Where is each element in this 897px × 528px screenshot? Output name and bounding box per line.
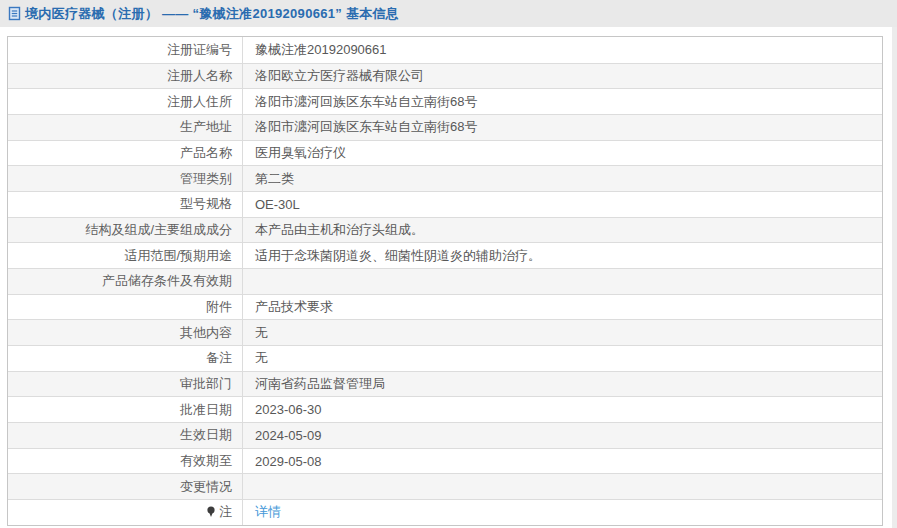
row-label-text: 管理类别 [180, 170, 232, 188]
scrollbar[interactable] [892, 27, 897, 528]
table-row: 审批部门河南省药品监督管理局 [8, 371, 882, 397]
row-value: 无 [243, 320, 882, 345]
row-label: 产品储存条件及有效期 [8, 269, 243, 294]
row-value: 无 [243, 346, 882, 371]
row-label-text: 型号规格 [180, 195, 232, 213]
row-value [243, 474, 882, 499]
row-value: 第二类 [243, 166, 882, 191]
table-row: 有效期至2029-05-08 [8, 448, 882, 474]
row-value-text: 2023-06-30 [255, 402, 322, 417]
table-row: 产品名称医用臭氧治疗仪 [8, 140, 882, 166]
row-value-text: OE-30L [255, 197, 300, 212]
row-value: 本产品由主机和治疗头组成。 [243, 218, 882, 243]
row-value [243, 269, 882, 294]
row-label-text: 注册人住所 [167, 93, 232, 111]
row-value: 洛阳欧立方医疗器械有限公司 [243, 64, 882, 89]
row-label-text: 注册人名称 [167, 67, 232, 85]
table-row: 其他内容无 [8, 319, 882, 345]
row-value-text: 洛阳市瀍河回族区东车站自立南街68号 [255, 118, 477, 136]
page-title: 境内医疗器械（注册） —— “豫械注准20192090661” 基本信息 [25, 5, 399, 23]
row-value: 洛阳市瀍河回族区东车站自立南街68号 [243, 89, 882, 114]
table-row: 注册人住所洛阳市瀍河回族区东车站自立南街68号 [8, 88, 882, 114]
row-value-text: 2029-05-08 [255, 454, 322, 469]
row-label: 其他内容 [8, 320, 243, 345]
row-value: 2029-05-08 [243, 449, 882, 474]
row-value: 2024-05-09 [243, 423, 882, 448]
row-label: 审批部门 [8, 372, 243, 397]
row-value: 2023-06-30 [243, 397, 882, 422]
table-row: 注详情 [8, 499, 882, 525]
table-row: 产品储存条件及有效期 [8, 268, 882, 294]
row-value: 河南省药品监督管理局 [243, 372, 882, 397]
row-label: 有效期至 [8, 449, 243, 474]
table-row: 附件产品技术要求 [8, 294, 882, 320]
page-header: 境内医疗器械（注册） —— “豫械注准20192090661” 基本信息 [0, 0, 897, 27]
detail-link[interactable]: 详情 [255, 503, 281, 521]
document-icon [8, 6, 21, 21]
row-label-text: 注册证编号 [167, 41, 232, 59]
row-label-text: 审批部门 [180, 375, 232, 393]
table-row: 生效日期2024-05-09 [8, 422, 882, 448]
row-label: 型号规格 [8, 192, 243, 217]
row-label-text: 生产地址 [180, 118, 232, 136]
table-row: 生产地址洛阳市瀍河回族区东车站自立南街68号 [8, 114, 882, 140]
row-label-text: 产品名称 [180, 144, 232, 162]
table-row: 适用范围/预期用途适用于念珠菌阴道炎、细菌性阴道炎的辅助治疗。 [8, 242, 882, 268]
table-row: 型号规格OE-30L [8, 191, 882, 217]
row-value-text: 第二类 [255, 170, 294, 188]
row-label: 注 [8, 500, 243, 525]
row-label: 附件 [8, 295, 243, 320]
row-label-text: 生效日期 [180, 426, 232, 444]
row-label-text: 批准日期 [180, 401, 232, 419]
row-label: 管理类别 [8, 166, 243, 191]
row-value-text: 2024-05-09 [255, 428, 322, 443]
row-value-text: 河南省药品监督管理局 [255, 375, 385, 393]
row-value-text: 无 [255, 324, 268, 342]
row-value: 医用臭氧治疗仪 [243, 141, 882, 166]
row-value: OE-30L [243, 192, 882, 217]
row-label: 生产地址 [8, 115, 243, 140]
registration-info-table: 注册证编号豫械注准20192090661注册人名称洛阳欧立方医疗器械有限公司注册… [7, 36, 883, 526]
row-label-text: 附件 [206, 298, 232, 316]
row-value: 产品技术要求 [243, 295, 882, 320]
row-label: 注册人住所 [8, 89, 243, 114]
table-row: 管理类别第二类 [8, 165, 882, 191]
row-label: 批准日期 [8, 397, 243, 422]
row-label: 注册证编号 [8, 37, 243, 63]
row-label-text: 变更情况 [180, 478, 232, 496]
table-row: 注册证编号豫械注准20192090661 [8, 37, 882, 63]
row-label: 结构及组成/主要组成成分 [8, 218, 243, 243]
row-label-text: 备注 [206, 349, 232, 367]
row-label: 备注 [8, 346, 243, 371]
row-value-text: 洛阳市瀍河回族区东车站自立南街68号 [255, 93, 477, 111]
table-row: 变更情况 [8, 473, 882, 499]
table-row: 备注无 [8, 345, 882, 371]
row-label: 产品名称 [8, 141, 243, 166]
row-label: 生效日期 [8, 423, 243, 448]
row-value-text: 豫械注准20192090661 [255, 41, 387, 59]
row-value-text: 无 [255, 349, 268, 367]
row-value: 豫械注准20192090661 [243, 37, 882, 63]
row-label-text: 其他内容 [180, 324, 232, 342]
row-value-text: 产品技术要求 [255, 298, 333, 316]
row-label: 变更情况 [8, 474, 243, 499]
row-label-text: 注 [219, 503, 232, 521]
row-value-text: 本产品由主机和治疗头组成。 [255, 221, 424, 239]
row-value-text: 洛阳欧立方医疗器械有限公司 [255, 67, 424, 85]
table-row: 批准日期2023-06-30 [8, 396, 882, 422]
row-label-text: 有效期至 [180, 452, 232, 470]
row-label: 适用范围/预期用途 [8, 243, 243, 268]
table-row: 注册人名称洛阳欧立方医疗器械有限公司 [8, 63, 882, 89]
table-row: 结构及组成/主要组成成分本产品由主机和治疗头组成。 [8, 217, 882, 243]
row-label-text: 产品储存条件及有效期 [102, 272, 232, 290]
row-label-text: 结构及组成/主要组成成分 [85, 221, 232, 239]
row-value: 详情 [243, 500, 882, 525]
row-value: 适用于念珠菌阴道炎、细菌性阴道炎的辅助治疗。 [243, 243, 882, 268]
pin-icon [206, 506, 216, 518]
row-value-text: 适用于念珠菌阴道炎、细菌性阴道炎的辅助治疗。 [255, 247, 541, 265]
row-label: 注册人名称 [8, 64, 243, 89]
row-label-text: 适用范围/预期用途 [124, 247, 232, 265]
row-value-text: 医用臭氧治疗仪 [255, 144, 346, 162]
row-value: 洛阳市瀍河回族区东车站自立南街68号 [243, 115, 882, 140]
